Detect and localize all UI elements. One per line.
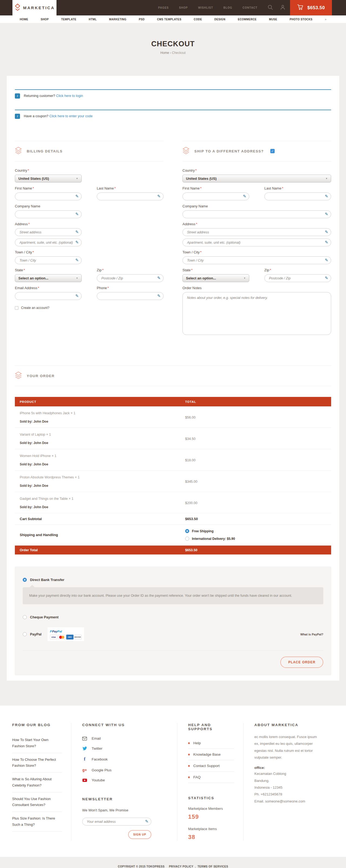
nav-template[interactable]: TEMPLATE	[61, 18, 76, 21]
international-delivery-radio[interactable]	[185, 537, 189, 541]
ship-different-heading: SHIP TO A DIFFERENT ADDRESS?	[194, 149, 264, 153]
nav-html[interactable]: HTML	[89, 18, 97, 21]
nav-photo-stocks[interactable]: PHOTO STOCKS	[289, 18, 312, 21]
billing-email-input[interactable]	[15, 292, 82, 300]
breadcrumb-home[interactable]: Home	[160, 51, 169, 55]
billing-town-input[interactable]	[15, 256, 82, 264]
nav-home[interactable]: HOME	[20, 18, 28, 21]
topnav-blog[interactable]: BLOG	[223, 6, 232, 9]
faq-link[interactable]: FAQ	[188, 772, 234, 783]
billing-first-name-input[interactable]	[15, 192, 82, 200]
knowledge-base-link[interactable]: Knowladge Base	[188, 749, 234, 760]
pen-icon: ✎	[157, 276, 161, 280]
billing-last-name-input[interactable]	[97, 192, 164, 200]
email-link[interactable]: Email	[82, 734, 168, 743]
statistics-heading: STATISTICS	[188, 796, 234, 800]
privacy-policy-link[interactable]: PRIVACY POLICY	[169, 865, 194, 868]
blog-link[interactable]: How To Start Your Own Fashion Store?	[12, 734, 62, 753]
youtube-icon	[82, 779, 87, 782]
paypal-label: PayPal	[30, 632, 42, 636]
table-row: Proton Absolute Wordpress Themes × 1 Sol…	[15, 470, 331, 492]
twitter-link[interactable]: Twitter	[82, 743, 168, 753]
place-order-button[interactable]: PLACE ORDER	[280, 656, 323, 668]
shipping-first-name-input[interactable]	[182, 192, 249, 200]
order-notes-textarea[interactable]	[182, 292, 331, 335]
user-account-icon[interactable]	[280, 5, 285, 11]
pen-icon: ✎	[325, 212, 328, 217]
column-product: PRODUCT	[15, 400, 185, 403]
search-icon[interactable]	[268, 5, 273, 11]
nav-cms-templates[interactable]: CMS TEMPLATES	[157, 18, 181, 21]
footer-about-column: ABOUT MARKETICA ec mollis lorem consequa…	[243, 723, 334, 841]
create-account-checkbox[interactable]	[15, 306, 19, 310]
blog-link[interactable]: Plus Size Fashion: Is There Such a Thing…	[12, 812, 62, 832]
topnav-shop[interactable]: SHOP	[179, 6, 187, 9]
order-total-label: Order Total	[15, 548, 185, 552]
billing-phone-input[interactable]	[97, 292, 164, 300]
nav-muse[interactable]: MUSE	[269, 18, 277, 21]
nav-ecommerce[interactable]: ECOMMERCE	[238, 18, 257, 21]
cheque-payment-radio[interactable]	[23, 615, 27, 619]
nav-design[interactable]: DESIGN	[214, 18, 226, 21]
topnav-contact[interactable]: CONTACT	[242, 6, 257, 9]
billing-company-input[interactable]	[15, 210, 82, 218]
pen-icon: ✎	[75, 212, 79, 217]
billing-apartment-input[interactable]	[15, 239, 82, 246]
topnav-wishlist[interactable]: WISHLIST	[198, 6, 213, 9]
shipping-last-name-input[interactable]	[264, 192, 331, 200]
shipping-company-input[interactable]	[182, 210, 331, 218]
bank-transfer-radio[interactable]	[23, 578, 27, 582]
shipping-country-select[interactable]: United States (US) ▼	[182, 175, 331, 183]
nav-code[interactable]: CODE	[194, 18, 202, 21]
terms-link[interactable]: TERMS OF SERVICES	[198, 865, 228, 868]
contact-support-link[interactable]: Contact Support	[188, 760, 234, 772]
shipping-street-input[interactable]	[182, 228, 331, 236]
shipping-apartment-input[interactable]	[182, 239, 331, 246]
brand-name: MARKETICA	[23, 5, 55, 10]
returning-customer-notice: i Returning customer? Click here to logi…	[15, 89, 331, 99]
paypal-radio[interactable]	[23, 632, 27, 636]
help-link[interactable]: Help	[188, 738, 234, 749]
nav-marketing[interactable]: MARKETING	[109, 18, 126, 21]
youtube-link[interactable]: Youtube	[82, 775, 168, 785]
cart-button[interactable]: $653.50	[290, 0, 332, 16]
coupon-link[interactable]: Click here to enter your code	[49, 114, 93, 118]
subtotal-value: $653.50	[185, 517, 331, 521]
nav-more-icon[interactable]: »	[325, 18, 326, 21]
shipping-zip-input[interactable]	[264, 274, 331, 282]
newsletter-heading: NEWSLETTER	[82, 797, 168, 801]
billing-state-select[interactable]: Select an option... ▼	[15, 274, 82, 282]
bank-transfer-label: Direct Bank Transfer	[30, 578, 64, 582]
free-shipping-radio[interactable]	[185, 529, 189, 533]
cart-subtotal-row: Cart Subtotal $653.50	[15, 513, 331, 525]
what-is-paypal-link[interactable]: What is PayPal?	[300, 633, 323, 636]
state-label: State*	[182, 268, 249, 272]
ship-different-checkbox[interactable]: ✓	[270, 149, 275, 153]
copyright-dot: .	[195, 865, 196, 868]
top-nav: PAGES SHOP WISHLIST BLOG CONTACT	[158, 6, 257, 9]
billing-country-select[interactable]: United States (US) ▼	[15, 175, 82, 183]
logo[interactable]: MARKETICA	[12, 0, 57, 16]
statistics: STATISTICS Marketplace Members 159 Marke…	[188, 796, 234, 841]
sign-up-button[interactable]: SIGN UP	[128, 830, 151, 839]
blog-link[interactable]: Should You Use Fashion Consultant Servic…	[12, 793, 62, 812]
chevron-down-icon: ▼	[325, 177, 327, 180]
connect-heading: CONNECT WITH US	[82, 723, 168, 727]
newsletter-note: We Won't Spam, We Promise	[82, 808, 168, 812]
product-total: $56.00	[185, 411, 331, 424]
nav-shop[interactable]: SHOP	[40, 18, 49, 21]
office-line: Kecamatan Coblong	[254, 770, 325, 777]
blog-link[interactable]: What is So Alluring About Celebrity Fash…	[12, 773, 62, 793]
facebook-link[interactable]: f Facebook	[82, 753, 168, 765]
topnav-pages[interactable]: PAGES	[158, 6, 169, 9]
blog-link[interactable]: How To Choose The Perfect Fashion Store?	[12, 753, 62, 773]
google-plus-link[interactable]: g+ Google Plus	[82, 765, 168, 775]
billing-zip-input[interactable]	[97, 274, 164, 282]
billing-street-input[interactable]	[15, 228, 82, 236]
table-row: Variant of Laptop × 1 Sold by: John Doe …	[15, 428, 331, 449]
login-link[interactable]: Click here to login	[56, 94, 83, 98]
shipping-state-select[interactable]: Select an option... ▼	[182, 274, 249, 282]
nav-psd[interactable]: PSD	[139, 18, 145, 21]
shipping-town-input[interactable]	[182, 256, 331, 264]
newsletter-email-input[interactable]	[82, 818, 151, 826]
